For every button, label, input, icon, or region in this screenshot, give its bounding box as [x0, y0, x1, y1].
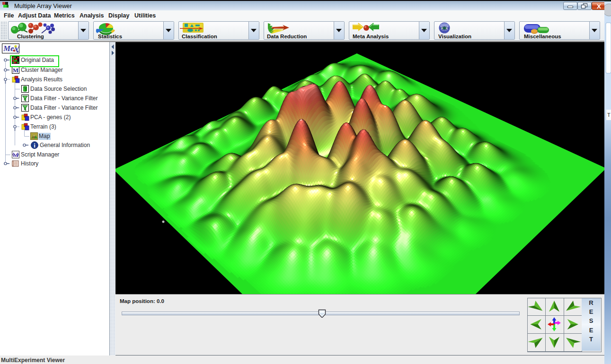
svg-text:i: i	[34, 142, 35, 149]
svg-text:T: T	[607, 112, 611, 118]
svg-text:M: M	[13, 67, 18, 74]
svg-text:X: X	[597, 3, 601, 10]
